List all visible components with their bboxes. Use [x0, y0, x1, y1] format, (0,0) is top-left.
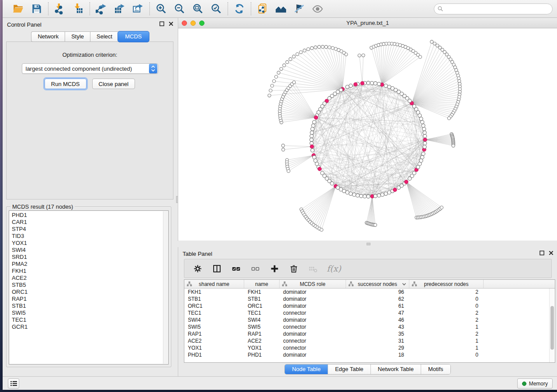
horizontal-splitter-handle[interactable] [367, 243, 370, 245]
toggle-column-icon[interactable] [211, 263, 222, 274]
leaf-node[interactable] [303, 49, 306, 52]
leaf-node[interactable] [307, 48, 310, 51]
leaf-node[interactable] [320, 228, 323, 231]
mcds-result-item[interactable]: SWI4 [12, 247, 166, 254]
import-network-icon[interactable] [54, 3, 66, 15]
leaf-node[interactable] [374, 224, 377, 227]
leaf-node[interactable] [287, 169, 290, 172]
mcds-result-item[interactable]: STB5 [12, 282, 166, 289]
zoom-fit-icon[interactable] [192, 3, 204, 15]
ring-node[interactable] [377, 194, 381, 197]
ring-node[interactable] [422, 124, 425, 127]
search-input[interactable] [434, 3, 553, 14]
hide-graphics-details-icon[interactable] [293, 3, 305, 15]
deselect-all-icon[interactable] [250, 263, 260, 274]
leaf-node[interactable] [299, 51, 302, 54]
table-row[interactable]: PHD1PHD1dominator180 [184, 351, 555, 358]
mcds-result-list[interactable]: PHD1CAR1STP4TID3YOX1SWI4SRD1PMA2FKH1ACE2… [9, 210, 169, 364]
leaf-node[interactable] [277, 71, 280, 74]
leaf-node[interactable] [269, 89, 272, 92]
mcds-result-item[interactable]: TEC1 [12, 316, 166, 323]
tab-network[interactable]: Network [31, 31, 65, 42]
ring-node[interactable] [384, 84, 387, 87]
import-table-icon[interactable] [72, 3, 84, 15]
ring-node[interactable] [349, 192, 353, 196]
mcds-result-item[interactable]: STB1 [12, 303, 166, 309]
ring-node[interactable] [330, 182, 334, 185]
leaf-node[interactable] [325, 45, 328, 48]
table-row[interactable]: STB1STB1dominator620 [184, 296, 555, 303]
show-panel-list-button[interactable] [8, 378, 19, 389]
ring-node[interactable] [312, 120, 316, 124]
tab-select[interactable]: Select [90, 31, 118, 42]
leaf-node[interactable] [430, 40, 433, 43]
mcds-hub-node[interactable] [360, 81, 364, 85]
float-table-panel-icon[interactable] [540, 251, 544, 255]
leaf-node[interactable] [283, 64, 286, 67]
leaf-node[interactable] [314, 46, 317, 49]
save-session-icon[interactable] [31, 3, 43, 15]
ring-node[interactable] [349, 84, 353, 87]
tab-network-table[interactable]: Network Table [371, 364, 421, 374]
ring-node[interactable] [423, 145, 426, 148]
table-row[interactable]: YOX1YOX1connector291 [184, 344, 555, 351]
network-canvas[interactable] [178, 28, 557, 241]
table-row[interactable]: ORC1ORC1dominator610 [184, 303, 555, 309]
tab-style[interactable]: Style [65, 31, 90, 42]
leaf-node[interactable] [289, 58, 292, 61]
eye-icon[interactable] [311, 3, 324, 15]
tab-motifs[interactable]: Motifs [421, 364, 450, 374]
leaf-node[interactable] [318, 45, 321, 48]
ring-node[interactable] [311, 148, 314, 152]
leaf-node[interactable] [281, 144, 284, 147]
leaf-node[interactable] [447, 117, 450, 120]
close-table-panel-icon[interactable] [549, 251, 554, 255]
column-header-name[interactable]: name [244, 280, 280, 288]
leaf-node[interactable] [296, 53, 299, 56]
node-table[interactable]: shared namenameMCDS rolesuccessor nodesp… [184, 279, 555, 363]
mcds-result-item[interactable]: TID3 [12, 233, 166, 240]
table-row[interactable]: SWI5SWI5connector431 [184, 323, 555, 330]
ring-node[interactable] [419, 159, 423, 162]
ring-node[interactable] [312, 155, 316, 159]
tab-mcds[interactable]: MCDS [118, 31, 149, 42]
leaf-node[interactable] [292, 55, 295, 58]
ring-node[interactable] [374, 82, 377, 85]
mcds-hub-node[interactable] [310, 145, 314, 149]
ring-node[interactable] [421, 120, 424, 124]
leaf-node[interactable] [433, 42, 436, 45]
ring-node[interactable] [353, 193, 356, 196]
window-zoom-icon[interactable] [199, 21, 204, 26]
ring-node[interactable] [422, 127, 426, 131]
mcds-hub-node[interactable] [405, 180, 408, 184]
zoom-in-icon[interactable] [155, 3, 167, 15]
table-row[interactable]: RAP1RAP1dominator352 [184, 330, 555, 337]
mcds-hub-node[interactable] [314, 116, 318, 120]
mcds-result-item[interactable]: SRD1 [12, 254, 166, 261]
delete-row-icon[interactable] [288, 263, 299, 274]
column-header-successor-nodes[interactable]: successor nodes [346, 280, 409, 288]
ring-node[interactable] [423, 131, 426, 134]
column-header-MCDS-role[interactable]: MCDS role [280, 280, 346, 288]
home-icon[interactable] [275, 3, 287, 15]
ring-node[interactable] [421, 155, 424, 159]
ring-node[interactable] [384, 192, 387, 196]
ring-node[interactable] [310, 131, 314, 134]
run-mcds-button[interactable]: Run MCDS [45, 79, 86, 89]
leaf-node[interactable] [452, 144, 455, 147]
ring-node[interactable] [363, 195, 367, 198]
leaf-node[interactable] [362, 54, 365, 57]
leaf-node[interactable] [419, 55, 422, 58]
add-row-icon[interactable] [269, 263, 280, 274]
ring-node[interactable] [387, 85, 391, 89]
leaf-node[interactable] [310, 47, 313, 50]
ring-node[interactable] [310, 138, 313, 141]
mcds-hub-node[interactable] [318, 167, 322, 171]
mcds-hub-node[interactable] [423, 138, 427, 142]
ring-node[interactable] [346, 191, 349, 194]
ring-node[interactable] [346, 85, 349, 89]
leaf-node[interactable] [268, 94, 271, 97]
leaf-node[interactable] [280, 67, 283, 70]
share-network-icon[interactable] [256, 3, 269, 15]
leaf-node[interactable] [275, 75, 278, 78]
